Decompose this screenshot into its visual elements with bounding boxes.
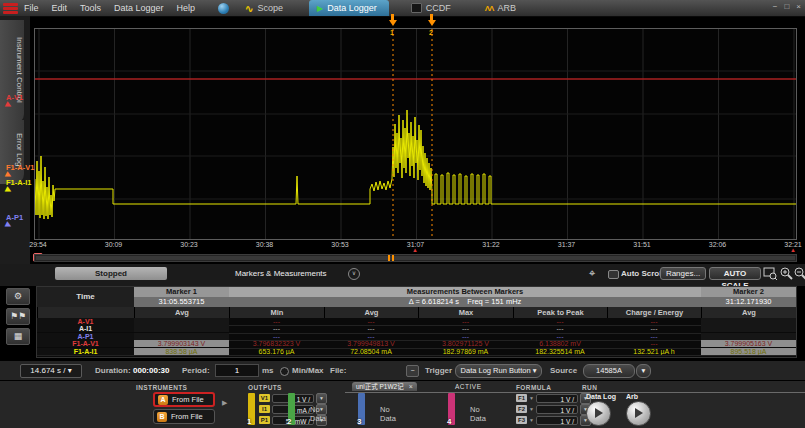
play-icon: [635, 408, 643, 418]
auto-scroll-checkbox[interactable]: [608, 270, 619, 279]
table-side-toolbar: ⚙ ⚑⚑ ▦: [2, 288, 32, 348]
dataset-tab-strip: uni正式 P1W2记× ACTIVE: [345, 381, 805, 393]
table-row-f1-a-i1[interactable]: F1-A-I1838.58 µA653.176 µA72.08504 mA182…: [37, 348, 796, 356]
marker-2-handle-icon[interactable]: [427, 14, 436, 26]
formula-dropdown-icon[interactable]: ▼: [529, 395, 534, 401]
menu-item-data-logger[interactable]: Data Logger: [114, 3, 164, 13]
marker1-header[interactable]: Marker 1: [134, 287, 229, 297]
badge-f2: F2: [516, 405, 527, 413]
close-tab-icon[interactable]: ×: [409, 383, 413, 390]
instrument-b-button[interactable]: BFrom File: [153, 409, 215, 424]
marker2-header[interactable]: Marker 2: [701, 287, 796, 297]
run-button-data-log[interactable]: [586, 401, 611, 426]
dropdown-arrow-icon[interactable]: ▼: [316, 393, 327, 404]
home-icon[interactable]: [218, 3, 229, 14]
formula-select-f2[interactable]: 1 V /: [536, 405, 578, 414]
channel-label-text: F1-A-I1: [6, 179, 31, 186]
source-label: Source: [550, 366, 577, 375]
trigger-select[interactable]: Data Log Run Button ▾: [455, 364, 542, 378]
marker-flags-icon[interactable]: ⚑⚑: [6, 308, 30, 325]
collapse-panel-button[interactable]: −: [406, 365, 419, 377]
col-blank[interactable]: [37, 307, 134, 318]
time-tick: 32:06: [709, 241, 727, 248]
between-markers-delta: Δ = 6.618214 s Freq = 151 mHz: [229, 297, 701, 307]
row-label: A-V1: [37, 318, 134, 325]
col-charge-energy[interactable]: Charge / Energy: [607, 307, 701, 318]
channel-number: 1: [247, 417, 251, 426]
badge-f3: F3: [516, 416, 527, 424]
instrument-a-button[interactable]: AFrom File: [153, 392, 215, 407]
zoom-out-icon[interactable]: [793, 266, 805, 281]
time-tick: 31:22: [482, 241, 500, 248]
marker-1-handle-icon[interactable]: [388, 14, 397, 26]
cell-marker1-avg: [134, 333, 229, 340]
badge-i1: I1: [259, 405, 270, 413]
stopped-button[interactable]: Stopped: [55, 267, 167, 280]
cell-avg: ---: [324, 325, 418, 332]
cell-charge-energy: 132.521 µA h: [607, 348, 701, 355]
grid-view-icon[interactable]: ▦: [6, 328, 30, 345]
end-mark-icon: ▲: [790, 247, 796, 253]
chevron-down-icon[interactable]: ∨: [348, 268, 360, 280]
tab-data-logger[interactable]: ▶Data Logger: [309, 0, 389, 16]
col-avg[interactable]: Avg: [324, 307, 418, 318]
zoom-in-icon[interactable]: [779, 266, 794, 281]
channel-number: 4: [447, 417, 451, 426]
period-label: Period:: [182, 366, 210, 375]
marker2-time: 31:12.171930: [701, 297, 796, 307]
minmax-checkbox[interactable]: [280, 367, 289, 376]
sidebar-tab-instrument-control[interactable]: Instrument Control: [0, 20, 24, 124]
instrument-badge-a: A: [158, 395, 168, 405]
source-select[interactable]: 14585A: [583, 364, 635, 378]
formula-dropdown-icon[interactable]: ▼: [529, 417, 534, 423]
period-input[interactable]: 1: [215, 364, 259, 377]
dataset-tab[interactable]: uni正式 P1W2记×: [352, 382, 417, 391]
formula-dropdown-icon[interactable]: ▼: [529, 406, 534, 412]
marker-1-number: 1: [390, 29, 394, 36]
tab-scope[interactable]: ∿Scope: [237, 0, 295, 16]
minimize-button[interactable]: −: [773, 2, 778, 11]
app-logo-icon: [3, 3, 18, 14]
duration-label: Duration:: [95, 366, 131, 375]
col-peak-to-peak[interactable]: Peak to Peak: [513, 307, 607, 318]
badge-p1: P1: [259, 416, 270, 424]
cell-marker2-avg: [701, 318, 796, 325]
col-marker2-avg[interactable]: Avg: [701, 307, 796, 318]
col-min[interactable]: Min: [229, 307, 324, 318]
tab-arb[interactable]: ΛΛARB: [477, 0, 528, 16]
timescale-select[interactable]: 14.674 s / ▾: [20, 364, 82, 378]
menu-item-file[interactable]: File: [24, 3, 39, 13]
window-controls: − □ ×: [773, 2, 801, 11]
formula-select-f1[interactable]: 1 V /: [536, 394, 578, 403]
cell-marker2-avg: [701, 333, 796, 340]
scrollbar-track[interactable]: [36, 256, 795, 260]
menu-item-edit[interactable]: Edit: [52, 3, 68, 13]
marker1-time: 31:05.553715: [134, 297, 229, 307]
cell-charge-energy: ---: [607, 318, 701, 325]
auto-scale-button[interactable]: AUTO SCALE: [709, 267, 761, 280]
instrument-label: From File: [172, 395, 204, 404]
channel-label-f1-a-i1: F1-A-I1▶: [6, 179, 31, 193]
tab-label: Data Logger: [327, 3, 377, 13]
col-marker1-avg[interactable]: Avg: [134, 307, 229, 318]
ranges-button[interactable]: Ranges...: [660, 267, 706, 280]
scrollbar-grip-icon[interactable]: [388, 255, 390, 261]
formula-select-f3[interactable]: 1 V /: [536, 416, 578, 425]
crosshair-icon[interactable]: ⌖: [589, 267, 595, 280]
run-button-arb[interactable]: [626, 401, 651, 426]
source-dropdown-arrow-icon[interactable]: ▾: [636, 364, 651, 378]
menu-item-tools[interactable]: Tools: [80, 3, 101, 13]
bottom-panel: INSTRUMENTS OUTPUTS uni正式 P1W2记× ACTIVE …: [0, 380, 805, 428]
menu-item-help[interactable]: Help: [177, 3, 196, 13]
cell-avg: 3.799949813 V: [324, 340, 418, 347]
restore-button[interactable]: □: [784, 2, 789, 11]
instruments-expand-icon[interactable]: ▶: [222, 399, 227, 407]
chart-scrollbar[interactable]: [34, 254, 797, 262]
time-tick: 30:09: [105, 241, 123, 248]
scale-to-screen-icon[interactable]: [763, 266, 778, 281]
waveform-chart[interactable]: [34, 28, 797, 240]
close-button[interactable]: ×: [796, 2, 801, 11]
col-max[interactable]: Max: [418, 307, 513, 318]
scrollbar-grip-icon[interactable]: [392, 255, 394, 261]
tools-icon[interactable]: ⚙: [6, 288, 30, 305]
